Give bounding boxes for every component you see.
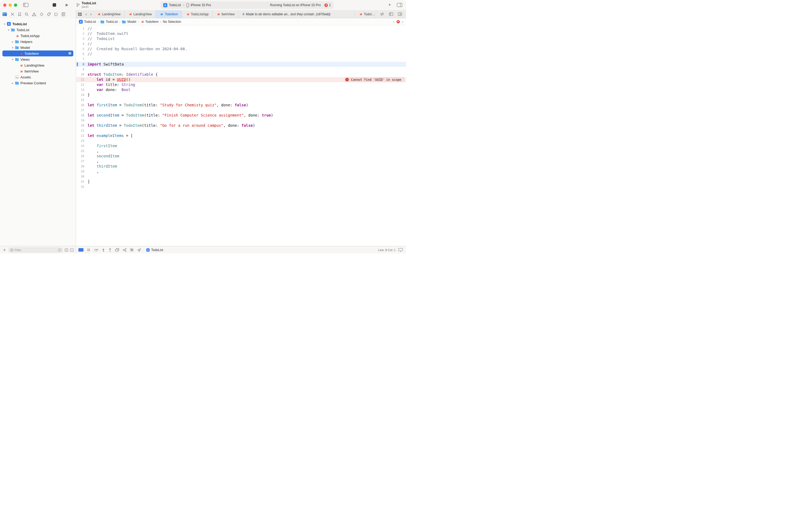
code-text[interactable]: // [88, 26, 92, 31]
line-number[interactable]: 14 [76, 92, 88, 98]
code-text[interactable]: var done: Bool [88, 87, 130, 92]
line-number[interactable]: 13 [76, 87, 88, 92]
bookmarks-navigator-icon[interactable] [18, 12, 21, 16]
line-number[interactable]: 28 [76, 164, 88, 169]
code-text[interactable]: // [88, 41, 92, 47]
activity-view[interactable]: TodoList › iPhone 15 Pro Running TodoLis… [161, 1, 334, 9]
file-tree-item-helpers[interactable]: ▸Helpers [2, 39, 73, 45]
disclosure-chevron[interactable]: ▾ [7, 29, 10, 32]
line-number[interactable]: 11 [76, 77, 88, 82]
filter-recent-icon[interactable] [70, 248, 73, 251]
code-text[interactable]: // Created by Russell Gordon on 2024-04-… [88, 47, 187, 52]
display-icon[interactable] [398, 248, 403, 252]
line-number[interactable]: 2 [76, 31, 88, 36]
jumpbar-item-todolist[interactable]: TodoList [79, 20, 96, 23]
add-tab-button[interactable]: + [388, 2, 391, 7]
related-items-icon[interactable] [76, 10, 84, 18]
file-tree-item-todolist[interactable]: ▾TodoList [2, 21, 73, 27]
breakpoints-toggle-icon[interactable] [78, 248, 83, 251]
toggle-navigator-icon[interactable] [23, 3, 28, 7]
file-tree-item-preview-content[interactable]: ▸Preview Content [2, 80, 73, 86]
disclosure-chevron[interactable]: ▾ [11, 58, 14, 61]
error-banner[interactable]: ✕Cannot find 'UUID' in scope [345, 77, 404, 82]
disclosure-chevron[interactable]: ▾ [11, 46, 14, 49]
file-tree-item-todoitem[interactable]: TodoItemM [2, 51, 73, 56]
tab-landingview[interactable]: LandingView [93, 10, 125, 18]
code-text[interactable]: let thirdItem = TodoItem(title: "Go for … [88, 123, 255, 128]
tab-made-to-do-items-editable-an-t[interactable]: #Made to-do items editable an…text they … [239, 10, 355, 18]
code-text[interactable]: , [88, 149, 99, 154]
line-number[interactable]: 12 [76, 82, 88, 87]
code-text[interactable]: let id = UUID() [88, 77, 130, 82]
recents-clock-icon[interactable] [58, 248, 61, 251]
step-into-icon[interactable] [102, 248, 105, 252]
line-number[interactable]: 30 [76, 174, 88, 179]
filter-modified-icon[interactable] [65, 248, 68, 251]
code-text[interactable]: // TodoItem.swift [88, 31, 128, 36]
line-number[interactable]: 22 [76, 133, 88, 138]
add-file-button[interactable]: + [2, 247, 7, 252]
code-text[interactable]: struct TodoItem: Identifiable { [88, 72, 158, 77]
run-button[interactable] [65, 3, 69, 7]
view-hierarchy-icon[interactable] [115, 248, 119, 251]
code-text[interactable]: var title: String [88, 82, 135, 87]
next-issue-button[interactable]: › [402, 19, 403, 23]
environment-overrides-icon[interactable] [130, 248, 134, 251]
debug-navigator-icon[interactable] [47, 12, 51, 16]
forward-button[interactable]: › [89, 10, 94, 18]
run-destination-label[interactable]: iPhone 15 Pro [191, 3, 211, 7]
line-number[interactable]: 8 [76, 62, 88, 67]
line-number[interactable]: 7 [76, 57, 88, 62]
line-number[interactable]: 29 [76, 169, 88, 174]
line-number[interactable]: 27 [76, 159, 88, 164]
code-text[interactable]: secondItem [88, 154, 119, 159]
tab-itemview[interactable]: ItemView [213, 10, 239, 18]
line-number[interactable]: 10 [76, 72, 88, 77]
scheme-app-label[interactable]: TodoList [169, 3, 181, 7]
add-editor-icon[interactable] [396, 12, 404, 16]
line-number[interactable]: 26 [76, 154, 88, 159]
disclosure-chevron[interactable]: ▸ [11, 81, 14, 84]
code-review-icon[interactable] [378, 12, 386, 16]
line-number[interactable]: 31 [76, 179, 88, 184]
file-tree-item-assets[interactable]: Assets [2, 74, 73, 80]
tab-landingview[interactable]: LandingView [125, 10, 156, 18]
jumpbar-item-model[interactable]: Model [122, 20, 136, 23]
breakpoints-navigator-icon[interactable] [54, 13, 58, 16]
line-number[interactable]: 21 [76, 128, 88, 133]
source-control-navigator-icon[interactable] [10, 12, 14, 16]
issues-navigator-icon[interactable] [32, 12, 36, 16]
tab-todoitem[interactable]: TodoItem [355, 10, 376, 18]
tests-navigator-icon[interactable] [40, 12, 44, 16]
step-out-icon[interactable] [109, 248, 112, 252]
line-number[interactable]: 4 [76, 41, 88, 47]
file-tree-item-model[interactable]: ▾Model [2, 45, 73, 51]
close-window-button[interactable] [3, 3, 6, 7]
code-text[interactable]: import SwiftData [88, 62, 124, 67]
filter-field[interactable] [9, 247, 63, 252]
file-tree-item-itemview[interactable]: ItemView [2, 68, 73, 74]
code-text[interactable]: let secondItem = TodoItem(title: "Finish… [88, 113, 273, 118]
code-text[interactable]: } [88, 92, 90, 98]
line-number[interactable]: 6 [76, 52, 88, 57]
pause-icon[interactable] [87, 248, 90, 251]
tab-todolistapp[interactable]: TodoListApp [182, 10, 213, 18]
step-over-icon[interactable] [94, 248, 98, 252]
code-text[interactable]: // [88, 52, 92, 57]
filter-input[interactable] [14, 248, 57, 251]
line-number[interactable]: 25 [76, 149, 88, 154]
code-text[interactable]: ] [88, 179, 90, 184]
file-tree-item-landingview[interactable]: LandingView [2, 62, 73, 68]
file-tree-item-todolistapp[interactable]: TodoListApp [2, 33, 73, 39]
file-tree-item-todolist[interactable]: ▾TodoList [2, 27, 73, 33]
zoom-window-button[interactable] [14, 3, 17, 7]
memory-graph-icon[interactable] [123, 248, 126, 252]
editor-options-icon[interactable] [387, 12, 395, 16]
jumpbar-item-todoitem[interactable]: TodoItem [140, 20, 159, 23]
toggle-inspector-icon[interactable] [397, 3, 402, 7]
line-number[interactable]: 5 [76, 47, 88, 52]
code-text[interactable]: let firstItem = TodoItem(title: "Study f… [88, 103, 248, 108]
disclosure-chevron[interactable]: ▸ [11, 40, 14, 43]
issue-indicator-icon[interactable]: ✕ [397, 20, 400, 23]
code-text[interactable]: , [88, 169, 99, 174]
